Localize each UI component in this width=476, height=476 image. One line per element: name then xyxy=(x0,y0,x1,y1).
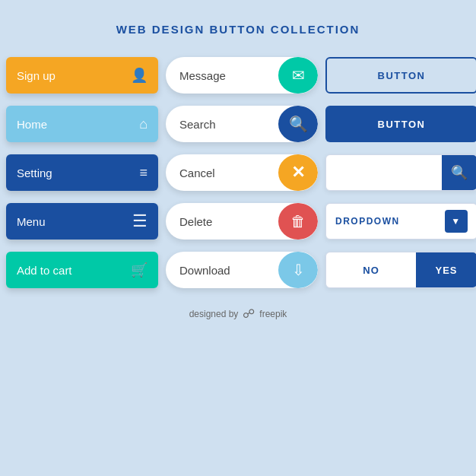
addtocart-label: Add to cart xyxy=(17,264,72,277)
download-label: Download xyxy=(179,264,278,277)
signup-button[interactable]: Sign up 👤 xyxy=(6,57,158,94)
hamburger-icon: ☰ xyxy=(132,211,148,231)
search-icon: 🔍 xyxy=(278,106,318,142)
addtocart-button[interactable]: Add to cart 🛒 xyxy=(6,252,158,288)
dropdown-label: DROPDOWN xyxy=(335,216,400,227)
home-label: Home xyxy=(17,118,47,131)
cancel-button[interactable]: Cancel ✕ xyxy=(166,154,318,191)
brand-name: freepik xyxy=(259,309,287,319)
close-icon: ✕ xyxy=(278,154,318,191)
button-grid: Sign up 👤 Message ✉ BUTTON Home ⌂ Search… xyxy=(6,57,470,288)
menu-label: Menu xyxy=(17,215,46,228)
user-icon: 👤 xyxy=(131,67,148,84)
home-button[interactable]: Home ⌂ xyxy=(6,106,158,142)
designed-by-text: designed by xyxy=(189,309,239,319)
settings-icon: ≡ xyxy=(139,165,148,181)
setting-button[interactable]: Setting ≡ xyxy=(6,154,158,191)
menu-button[interactable]: Menu ☰ xyxy=(6,203,158,240)
search-bar[interactable]: 🔍 xyxy=(325,154,476,191)
search-button[interactable]: Search 🔍 xyxy=(166,106,318,142)
delete-label: Delete xyxy=(179,215,278,228)
freepik-logo: ☍ xyxy=(243,306,255,321)
download-icon: ⇩ xyxy=(278,252,318,288)
no-button[interactable]: NO xyxy=(326,265,416,276)
cart-icon: 🛒 xyxy=(131,262,148,278)
envelope-icon: ✉ xyxy=(278,57,318,94)
setting-label: Setting xyxy=(17,167,52,179)
trash-icon: 🗑 xyxy=(278,203,318,240)
home-icon: ⌂ xyxy=(139,116,148,132)
outline-button[interactable]: BUTTON xyxy=(325,57,476,94)
download-button[interactable]: Download ⇩ xyxy=(166,252,318,288)
footer: designed by ☍ freepik xyxy=(189,306,287,321)
filled-button-label: BUTTON xyxy=(378,119,426,130)
search-bar-icon: 🔍 xyxy=(442,154,476,191)
signup-label: Sign up xyxy=(17,69,56,82)
cancel-label: Cancel xyxy=(179,167,278,179)
search-label: Search xyxy=(179,118,278,131)
yes-button[interactable]: YES xyxy=(416,252,476,287)
delete-button[interactable]: Delete 🗑 xyxy=(166,203,318,240)
page-title: WEB DESIGN BUTTON COLLECTION xyxy=(116,23,360,36)
filled-button[interactable]: BUTTON xyxy=(325,106,476,142)
dropdown[interactable]: DROPDOWN ▼ xyxy=(325,203,476,240)
message-button[interactable]: Message ✉ xyxy=(166,57,318,94)
chevron-down-icon: ▼ xyxy=(445,210,468,233)
message-label: Message xyxy=(179,69,278,82)
outline-button-label: BUTTON xyxy=(378,70,426,81)
yes-no-toggle[interactable]: NO YES xyxy=(325,252,476,288)
